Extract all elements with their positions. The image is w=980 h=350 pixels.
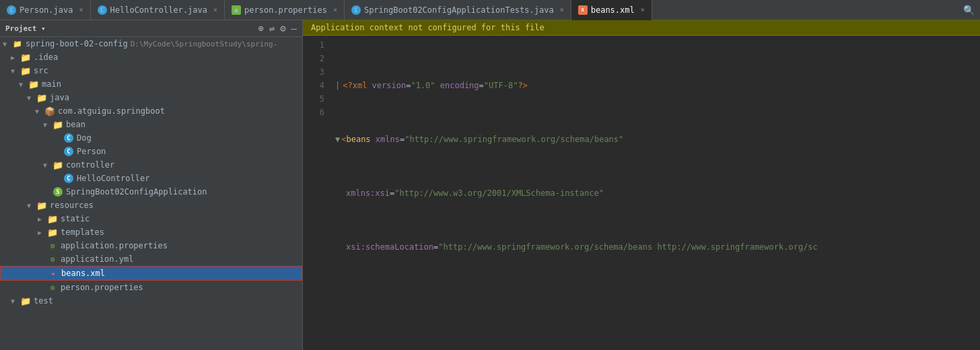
folder-icon: 📁 [20, 65, 31, 76]
tree-label: controller [66, 160, 114, 170]
code-line-3: xmlns:xsi="http://www.w3.org/2001/XMLSch… [335, 186, 980, 200]
tab-label: SpringBoot02ConfigApplicationTests.java [364, 5, 554, 15]
line-num-2: 2 [303, 52, 324, 65]
folder-icon: 📁 [47, 227, 58, 238]
class-icon: C [63, 146, 74, 157]
folder-icon: 📁 [12, 38, 23, 49]
sidebar: Project ▾ ⊕ ⇌ ⚙ — ▼ 📁 spring-boot-02-con… [0, 20, 303, 350]
folder-icon: 📁 [53, 160, 63, 170]
tree-item-main[interactable]: ▼ 📁 main [0, 77, 302, 91]
tree-item-controller[interactable]: ▼ 📁 controller [0, 158, 302, 172]
tree-label: SpringBoot02ConfigApplication [66, 187, 207, 197]
arrow-icon: ▼ [11, 67, 20, 75]
tab-person-java[interactable]: C Person.java × [0, 0, 91, 20]
tree-item-bean[interactable]: ▼ 📁 bean [0, 118, 302, 131]
arrow-icon: ▼ [27, 202, 36, 209]
close-tab-icon[interactable]: × [79, 6, 83, 13]
tree-label: application.properties [61, 241, 168, 250]
java-class-icon: C [351, 5, 361, 15]
tree-label: bean [66, 120, 85, 129]
fold-marker[interactable]: ▼ [335, 133, 340, 146]
tree-label: Dog [77, 133, 92, 143]
xml-value: "1.0" [411, 79, 435, 92]
tree-item-package[interactable]: ▼ 📦 com.atguigu.springboot [0, 104, 302, 118]
close-tab-icon[interactable]: × [560, 6, 564, 13]
tab-beans-xml[interactable]: x beans.xml × [571, 0, 652, 20]
sidebar-icons: ⊕ ⇌ ⚙ — [258, 23, 297, 34]
tree-label: com.atguigu.springboot [58, 106, 165, 116]
arrow-icon: ▼ [43, 121, 53, 129]
settings-icon[interactable]: ⚙ [280, 23, 285, 34]
tree-item-templates[interactable]: ▶ 📁 templates [0, 225, 302, 239]
arrow-icon: ▼ [11, 298, 20, 305]
tree-item-person-properties[interactable]: ⚙ person.properties [0, 281, 302, 294]
tree-label: person.properties [61, 283, 143, 292]
close-tab-icon[interactable]: × [213, 6, 217, 13]
tree-label: Person [77, 147, 106, 156]
arrow-icon: ▶ [38, 215, 47, 223]
tree-label: src [34, 66, 48, 75]
minimize-icon[interactable]: — [291, 23, 297, 34]
tree-item-app-yml[interactable]: ⚙ application.yml [0, 252, 302, 266]
tree-label: templates [61, 228, 104, 237]
tab-label: HelloController.java [110, 5, 208, 15]
tree-item-dog[interactable]: C Dog [0, 131, 302, 145]
xml-prolog: <?xml [343, 79, 372, 92]
tree-item-java[interactable]: ▼ 📁 java [0, 91, 302, 104]
xml-icon: ✦ [48, 268, 59, 279]
close-tab-icon[interactable]: × [333, 6, 337, 13]
tree-item-idea[interactable]: ▶ 📁 .idea [0, 50, 302, 64]
folder-icon: 📁 [47, 213, 58, 224]
code-line-2: ▼<beans xmlns="http://www.springframewor… [335, 133, 980, 146]
java-class-icon: C [98, 5, 107, 15]
sidebar-header: Project ▾ ⊕ ⇌ ⚙ — [0, 20, 302, 37]
xml-attr: version [372, 79, 407, 92]
properties-icon: ▣ [232, 5, 241, 15]
java-class-icon: C [7, 5, 16, 15]
tab-person-properties[interactable]: ▣ person.properties × [225, 0, 345, 20]
code-area[interactable]: 1 2 3 4 5 6 |<?xml version="1.0" encodin… [303, 36, 980, 350]
yml-icon: ⚙ [47, 254, 58, 265]
folder-icon: 📁 [20, 52, 31, 63]
spring-class-icon: S [53, 186, 63, 197]
line-num-5: 5 [303, 92, 324, 106]
warning-bar: Application context not configured for t… [303, 20, 980, 36]
tree-item-person[interactable]: C Person [0, 145, 302, 158]
layout-icon[interactable]: ⇌ [269, 23, 275, 34]
tree-item-springboot-app[interactable]: S SpringBoot02ConfigApplication [0, 185, 302, 199]
tab-label: person.properties [244, 5, 327, 15]
tree-item-root[interactable]: ▼ 📁 spring-boot-02-config D:\MyCode\Spri… [0, 37, 302, 50]
tree-item-app-properties[interactable]: ⚙ application.properties [0, 239, 302, 252]
tree-item-beans-xml[interactable]: ✦ beans.xml [0, 266, 302, 281]
folder-icon: 📁 [28, 79, 39, 90]
arrow-icon: ▶ [11, 54, 20, 61]
code-content[interactable]: |<?xml version="1.0" encoding="UTF-8"?> … [330, 38, 980, 347]
search-icon[interactable]: 🔍 [963, 5, 975, 15]
tree-label: HelloController [77, 174, 149, 183]
tree-item-src[interactable]: ▼ 📁 src [0, 64, 302, 77]
tab-springboot-tests[interactable]: C SpringBoot02ConfigApplicationTests.jav… [345, 0, 571, 20]
tree-item-hello-controller[interactable]: C HelloController [0, 172, 302, 185]
line-num-3: 3 [303, 65, 324, 79]
xml-file-icon: x [578, 5, 588, 15]
code-line-1: |<?xml version="1.0" encoding="UTF-8"?> [335, 79, 980, 92]
arrow-icon: ▼ [43, 162, 53, 169]
package-icon: 📦 [44, 106, 55, 116]
editor-area: Application context not configured for t… [303, 20, 980, 350]
tree-label: java [50, 93, 69, 102]
gear-icon[interactable]: ⊕ [258, 23, 263, 34]
tab-hello-controller[interactable]: C HelloController.java × [91, 0, 225, 20]
tree-label: static [61, 214, 90, 223]
tree-item-resources[interactable]: ▼ 📁 resources [0, 199, 302, 212]
code-line-4: xsi:schemaLocation="http://www.springfra… [335, 240, 980, 254]
res-folder-icon: 📁 [36, 200, 47, 211]
sidebar-title-label: Project ▾ [5, 24, 46, 33]
arrow-icon: ▼ [19, 81, 28, 88]
tree-item-static[interactable]: ▶ 📁 static [0, 212, 302, 225]
arrow-icon: ▼ [35, 108, 44, 115]
folder-icon: 📁 [53, 119, 63, 130]
tab-label: beans.xml [591, 5, 635, 15]
close-tab-icon[interactable]: × [641, 6, 645, 13]
sidebar-title: Project ▾ [5, 24, 46, 33]
tree-item-test[interactable]: ▼ 📁 test [0, 294, 302, 308]
